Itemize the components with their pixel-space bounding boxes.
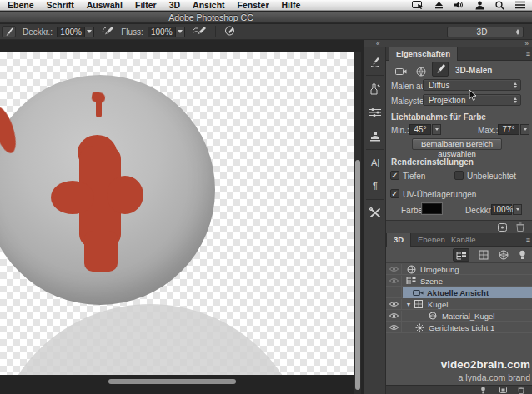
row-label: Material_Kugel	[442, 312, 494, 321]
menu-items: Ebene Schrift Auswahl Filter 3D Ansicht …	[0, 0, 300, 10]
user-icon[interactable]	[475, 1, 484, 10]
panel-dock: Eigenschaften ≡ 3D-Malen Malen auf: Diff…	[386, 47, 532, 394]
menu-filter[interactable]: Filter	[135, 0, 157, 10]
paragraph-glyph: ¶	[373, 181, 378, 191]
flow-dropdown-icon[interactable]	[175, 27, 185, 37]
expander-icon[interactable]: ▼	[404, 302, 413, 307]
visibility-eye-icon[interactable]	[386, 299, 402, 310]
adjustments-panel-icon[interactable]	[366, 104, 384, 121]
paint-on-value: Diffus	[424, 81, 514, 90]
deckkraft-value-field[interactable]: 100%	[491, 204, 512, 215]
paint-mode-title: 3D-Malen	[455, 66, 492, 75]
display-icon[interactable]	[412, 1, 424, 9]
menu-3d[interactable]: 3D	[169, 0, 180, 10]
strip-divider	[366, 149, 384, 150]
tool-preset-picker[interactable]	[2, 26, 16, 37]
max-stepper[interactable]	[520, 124, 529, 135]
filter-meshes-icon[interactable]	[475, 248, 492, 262]
menu-schrift[interactable]: Schrift	[47, 0, 74, 10]
visibility-eye-empty[interactable]	[386, 287, 402, 298]
tab-eigenschaften[interactable]: Eigenschaften	[389, 47, 458, 61]
row-label: Szene	[420, 277, 443, 286]
document-canvas[interactable]	[0, 52, 354, 375]
opacity-value[interactable]: 100%	[57, 27, 84, 37]
properties-tab-bar: Eigenschaften ≡	[386, 47, 532, 61]
menu-ansicht[interactable]: Ansicht	[193, 0, 225, 10]
unlit-checkbox[interactable]	[454, 171, 464, 180]
horizontal-scrollbar-thumb[interactable]	[108, 379, 236, 384]
brush-presets-panel-icon[interactable]	[366, 81, 384, 97]
visibility-eye-icon[interactable]	[386, 322, 402, 333]
tab-3d[interactable]: 3D	[386, 233, 411, 247]
uv-overlay-checkbox[interactable]: ✓	[390, 189, 399, 198]
deckkraft-stepper[interactable]	[513, 204, 522, 215]
airbrush-opacity-icon[interactable]	[102, 26, 114, 37]
delete-trash-icon[interactable]	[514, 222, 527, 232]
filter-lights-icon[interactable]	[514, 248, 530, 262]
brush-settings-panel-icon[interactable]	[366, 54, 384, 71]
tab-kanaele[interactable]: Kanäle	[444, 233, 483, 247]
paint-color-swatch[interactable]	[422, 203, 442, 214]
3d-row-gerichtetes-licht[interactable]: Gerichtetes Licht 1	[386, 322, 532, 333]
paragraph-panel-icon[interactable]: ¶	[366, 177, 384, 194]
3d-panel-footer	[386, 385, 532, 394]
visibility-eye-icon[interactable]	[386, 311, 402, 322]
shadows-checkbox[interactable]: ✓	[390, 171, 399, 180]
menu-hilfe[interactable]: Hilfe	[282, 0, 301, 10]
menu-auswahl[interactable]: Auswahl	[87, 0, 123, 10]
3d-row-aktuelle-ansicht[interactable]: Aktuelle Ansicht	[386, 287, 532, 298]
3d-camera-properties-icon[interactable]	[393, 64, 409, 79]
3d-paint-mode-icon[interactable]	[432, 62, 449, 77]
properties-panel-menu-icon[interactable]: ≡	[526, 50, 529, 58]
workspace-switcher[interactable]: 3D	[447, 27, 524, 37]
spotlight-search-icon[interactable]	[495, 1, 504, 10]
toggle-visibility-icon[interactable]	[495, 222, 509, 232]
unlit-checkbox-label: Unbeleuchtet	[467, 172, 516, 181]
filter-whole-scene-icon[interactable]	[453, 248, 469, 262]
min-value-field[interactable]: 45°	[409, 124, 431, 135]
3d-row-material-kugel[interactable]: Material_Kugel	[386, 311, 532, 322]
horizontal-scrollbar-track[interactable]	[0, 375, 354, 394]
max-label: Max.:	[478, 126, 498, 135]
character-panel-icon[interactable]: A|	[366, 154, 384, 171]
3d-row-szene[interactable]: Szene	[386, 276, 532, 287]
tool-options-bar: Deckkr.: 100% Fluss: 100% 3D	[0, 24, 532, 40]
menu-bar: Ebene Schrift Auswahl Filter 3D Ansicht …	[0, 0, 532, 11]
notification-list-icon[interactable]	[515, 1, 525, 9]
visibility-eye-icon[interactable]	[386, 264, 402, 275]
environment-properties-icon[interactable]	[413, 64, 429, 79]
select-paintable-area-button[interactable]: Bemalbaren Bereich auswählen	[412, 138, 502, 150]
opacity-dropdown-icon[interactable]	[84, 27, 94, 37]
tools-panel-icon[interactable]	[366, 204, 384, 221]
new-item-icon[interactable]	[497, 386, 509, 394]
expand-panels-icon[interactable]: «	[376, 40, 379, 47]
min-stepper[interactable]	[432, 124, 441, 135]
eject-icon[interactable]	[434, 1, 444, 9]
snowman-body-sphere[interactable]	[0, 304, 309, 375]
airbrush-mode-icon[interactable]	[193, 26, 207, 37]
visibility-eye-icon[interactable]	[386, 276, 402, 287]
volume-icon[interactable]	[454, 1, 464, 9]
vertical-scrollbar-thumb[interactable]	[355, 160, 360, 390]
filter-materials-icon[interactable]	[495, 248, 512, 262]
pressure-size-icon[interactable]	[223, 26, 236, 37]
delete-trash-icon[interactable]	[515, 386, 527, 394]
shadows-checkbox-label: Tiefen	[403, 172, 425, 181]
flow-label: Fluss:	[121, 27, 143, 37]
flow-field[interactable]: 100%	[148, 27, 185, 37]
clone-source-panel-icon[interactable]	[366, 127, 384, 144]
3d-panel-menu-icon[interactable]: ≡	[526, 236, 529, 244]
paint-on-dropdown[interactable]: Diffus	[423, 79, 521, 91]
3d-row-kugel[interactable]: ▼ Kugel	[386, 299, 532, 310]
collapse-dock-icon[interactable]: »	[525, 40, 529, 47]
new-light-icon[interactable]	[477, 386, 489, 394]
flow-value[interactable]: 100%	[148, 27, 175, 37]
3d-row-umgebung[interactable]: Umgebung	[386, 264, 532, 275]
menu-ebene[interactable]: Ebene	[8, 0, 34, 10]
render-settings-heading: Rendereinstellungen	[391, 157, 474, 167]
workspace-dropdown-icon	[516, 29, 519, 35]
paint-system-dropdown[interactable]: Projektion	[423, 94, 521, 106]
opacity-field[interactable]: 100%	[57, 27, 94, 37]
max-value-field[interactable]: 77°	[498, 124, 519, 135]
menu-fenster[interactable]: Fenster	[238, 0, 269, 10]
